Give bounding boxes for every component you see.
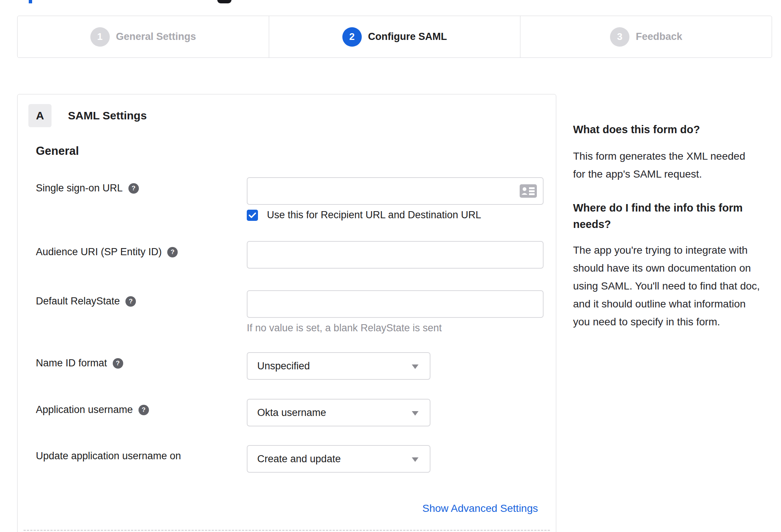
- app-username-label-group: Application username ?: [36, 404, 149, 416]
- relay-state-label-group: Default RelayState ?: [36, 295, 136, 307]
- help-icon[interactable]: ?: [167, 247, 178, 257]
- help-paragraph-1: This form generates the XML needed for t…: [573, 147, 756, 183]
- caret-down-icon: [412, 457, 418, 462]
- help-icon[interactable]: ?: [128, 183, 139, 194]
- caret-down-icon: [412, 411, 418, 416]
- saml-settings-card: A SAML Settings General Single sign-on U…: [17, 94, 556, 532]
- step-3-label: Feedback: [636, 31, 682, 43]
- section-title: SAML Settings: [68, 109, 147, 122]
- step-3-circle: 3: [610, 27, 629, 47]
- name-id-format-label: Name ID format: [36, 357, 107, 369]
- address-card-icon[interactable]: [520, 184, 537, 198]
- configure-saml-page: 1 General Settings 2 Configure SAML 3 Fe…: [0, 0, 781, 532]
- update-app-username-selected-value: Create and update: [248, 453, 341, 465]
- app-username-selected-value: Okta username: [248, 407, 326, 419]
- relay-state-helper-text: If no value is set, a blank RelayState i…: [247, 322, 442, 334]
- relay-state-row: Default RelayState ? If no value is set,…: [36, 290, 551, 335]
- help-icon[interactable]: ?: [113, 358, 123, 369]
- step-2-circle: 2: [342, 27, 362, 47]
- recipient-url-checkbox[interactable]: [247, 210, 258, 221]
- step-feedback[interactable]: 3 Feedback: [520, 16, 772, 57]
- update-app-username-label-group: Update application username on: [36, 450, 181, 462]
- update-app-username-label: Update application username on: [36, 450, 181, 462]
- caret-down-icon: [412, 364, 418, 369]
- section-a-badge: A: [28, 104, 52, 127]
- step-1-label: General Settings: [116, 31, 196, 43]
- sso-url-label-group: Single sign-on URL ?: [36, 182, 139, 194]
- app-username-row: Application username ? Okta username: [36, 399, 551, 426]
- step-2-label: Configure SAML: [368, 31, 447, 43]
- name-id-format-selected-value: Unspecified: [248, 360, 310, 372]
- check-icon: [249, 212, 256, 218]
- help-paragraph-2: The app you're trying to integrate with …: [573, 241, 762, 331]
- sso-url-label: Single sign-on URL: [36, 182, 123, 194]
- wizard-stepper: 1 General Settings 2 Configure SAML 3 Fe…: [17, 16, 772, 58]
- sso-url-row: Single sign-on URL ?: [36, 177, 551, 205]
- audience-uri-label: Audience URI (SP Entity ID): [36, 246, 162, 258]
- show-advanced-settings-link[interactable]: Show Advanced Settings: [422, 503, 538, 514]
- dashed-section-divider: [24, 530, 550, 531]
- audience-uri-input[interactable]: [247, 241, 544, 269]
- clipped-blue-logo-fragment: [29, 0, 32, 3]
- help-panel: What does this form do? This form genera…: [573, 121, 762, 331]
- relay-state-label: Default RelayState: [36, 295, 120, 307]
- help-icon[interactable]: ?: [125, 296, 136, 307]
- step-general-settings[interactable]: 1 General Settings: [18, 16, 269, 57]
- relay-state-input[interactable]: [247, 290, 544, 318]
- general-group-heading: General: [36, 144, 79, 158]
- app-username-label: Application username: [36, 404, 133, 416]
- name-id-format-select[interactable]: Unspecified: [247, 352, 430, 380]
- recipient-url-checkbox-row: Use this for Recipient URL and Destinati…: [247, 209, 481, 221]
- audience-uri-label-group: Audience URI (SP Entity ID) ?: [36, 246, 178, 258]
- help-icon[interactable]: ?: [139, 405, 149, 415]
- help-heading-2: Where do I find the info this form needs…: [573, 200, 753, 232]
- audience-uri-row: Audience URI (SP Entity ID) ?: [36, 241, 551, 269]
- update-app-username-select[interactable]: Create and update: [247, 445, 430, 473]
- sso-url-input-wrap: [247, 177, 544, 205]
- clipped-title-glyph-fragment: [217, 0, 231, 3]
- sso-url-input[interactable]: [247, 177, 544, 205]
- app-username-select[interactable]: Okta username: [247, 399, 430, 426]
- name-id-format-label-group: Name ID format ?: [36, 357, 123, 369]
- card-header: A SAML Settings: [28, 104, 147, 127]
- step-configure-saml[interactable]: 2 Configure SAML: [269, 16, 521, 57]
- recipient-url-checkbox-label: Use this for Recipient URL and Destinati…: [267, 209, 481, 221]
- update-app-username-row: Update application username on Create an…: [36, 445, 551, 473]
- step-1-circle: 1: [90, 27, 110, 47]
- name-id-format-row: Name ID format ? Unspecified: [36, 352, 551, 380]
- help-heading-1: What does this form do?: [573, 121, 762, 138]
